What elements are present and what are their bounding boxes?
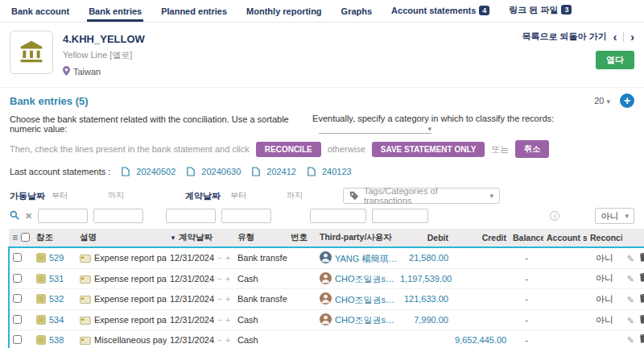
bank-entries-table: ≡ 참조 설명 ▼계약날짜 유형 번호 Third-party/사용자 Debi… — [8, 229, 644, 348]
date-plus-button[interactable]: + — [225, 254, 230, 263]
col-debit[interactable]: Debit — [397, 229, 452, 247]
date-minus-button[interactable]: − — [217, 316, 222, 325]
tab-label: Monthly reporting — [246, 6, 322, 16]
list-icon[interactable]: ≡ — [12, 232, 18, 243]
search-icon[interactable] — [10, 210, 19, 222]
col-third-party[interactable]: Third-party/사용자 — [316, 229, 397, 247]
avatar — [320, 313, 332, 325]
table-row: 532 Expense report payment 12/31/2024−+ … — [9, 289, 644, 310]
contract-date-from-input[interactable] — [166, 209, 216, 223]
page-size-select[interactable]: 20 ▾ — [594, 96, 610, 106]
op-date-from-input[interactable] — [38, 209, 88, 223]
third-party-link[interactable]: YANG 楊簡琪 RITA — [335, 253, 397, 265]
tab-account-statements[interactable]: Account statements4 — [390, 1, 491, 22]
col-account-state[interactable]: Account state... — [543, 229, 587, 247]
table-row: 534 Expense report payment 12/31/2024−+ … — [9, 309, 644, 330]
col-balance[interactable]: Balance — [510, 229, 543, 247]
entry-ref-link[interactable]: 531 — [49, 274, 64, 284]
date-minus-button[interactable]: − — [217, 275, 222, 284]
entry-date: 12/31/2024 — [170, 274, 214, 284]
entry-balance: - — [510, 330, 543, 348]
avatar — [320, 251, 332, 263]
tab-linked-files[interactable]: 링크 된 파일3 — [507, 0, 573, 22]
delete-icon[interactable] — [639, 274, 644, 284]
chevron-down-icon: ▾ — [625, 212, 629, 220]
entry-ref-link[interactable]: 532 — [49, 294, 64, 304]
op-date-to-input[interactable] — [93, 209, 143, 223]
entry-number — [287, 268, 316, 289]
document-icon — [308, 167, 316, 176]
save-statement-only-button[interactable]: SAVE STATEMENT ONLY — [372, 142, 485, 157]
edit-icon[interactable]: ✎ — [627, 335, 634, 345]
col-description[interactable]: 설명 — [76, 229, 167, 247]
entry-third-party-empty — [316, 330, 397, 348]
contract-date-to-input[interactable] — [221, 209, 271, 223]
open-button[interactable]: 열다 — [596, 51, 634, 69]
clear-filters-icon[interactable]: ✕ — [25, 211, 32, 222]
entry-number — [287, 247, 316, 268]
row-checkbox[interactable] — [13, 335, 22, 344]
date-plus-button[interactable]: + — [225, 275, 230, 284]
statement-link[interactable]: 20240630 — [187, 167, 241, 176]
to-label: 까지 — [108, 190, 185, 201]
col-type[interactable]: 유형 — [234, 229, 287, 247]
tab-bank-entries[interactable]: Bank entries — [87, 2, 143, 22]
third-party-link[interactable]: CHO조일권sPM II... — [335, 294, 397, 306]
delete-icon[interactable] — [639, 295, 644, 304]
category-select[interactable]: ▾ — [319, 123, 431, 134]
date-minus-button[interactable]: − — [217, 254, 222, 263]
col-number[interactable]: 번호 — [287, 229, 316, 247]
back-to-list-link[interactable]: 목록으로 되돌아 가기 — [522, 31, 607, 43]
tags-categories-select[interactable]: Tags/Categories of transactions ▾ — [343, 188, 500, 204]
date-plus-button[interactable]: + — [225, 336, 230, 345]
row-checkbox[interactable] — [13, 315, 22, 324]
entry-ref-link[interactable]: 534 — [49, 315, 64, 325]
date-plus-button[interactable]: + — [225, 316, 230, 325]
delete-icon[interactable] — [639, 335, 644, 345]
avatar — [320, 272, 332, 284]
table-row: 529 Expense report payment 12/31/2024−+ … — [9, 247, 644, 268]
date-minus-button[interactable]: − — [217, 336, 222, 345]
cancel-button[interactable]: 취소 — [515, 140, 549, 158]
date-plus-button[interactable]: + — [225, 295, 230, 304]
third-party-filter-input[interactable] — [372, 209, 428, 223]
reconciled-filter-select[interactable]: 아니▾ — [595, 208, 634, 224]
prev-record-button[interactable]: ‹ — [613, 31, 617, 43]
tab-monthly-reporting[interactable]: Monthly reporting — [245, 2, 324, 22]
reconcile-button[interactable]: RECONCILE — [256, 142, 321, 157]
tab-label: Bank account — [11, 6, 69, 16]
number-filter-input[interactable] — [310, 209, 366, 223]
location-label: Taiwan — [73, 67, 101, 77]
row-checkbox[interactable] — [13, 253, 22, 262]
date-minus-button[interactable]: − — [217, 295, 222, 304]
row-checkbox[interactable] — [13, 294, 22, 303]
from-label: 부터 — [230, 190, 287, 201]
entry-account-state — [543, 268, 587, 289]
edit-icon[interactable]: ✎ — [627, 254, 634, 263]
entry-credit: 9,652,445.00 — [452, 330, 510, 348]
edit-icon[interactable]: ✎ — [627, 274, 634, 284]
col-credit[interactable]: Credit — [452, 229, 510, 247]
tab-graphs[interactable]: Graphs — [340, 2, 374, 22]
tab-planned-entries[interactable]: Planned entries — [159, 2, 229, 22]
entry-ref-link[interactable]: 529 — [49, 253, 64, 263]
statement-link[interactable]: 20240502 — [122, 167, 175, 176]
entry-ref-link[interactable]: 538 — [49, 335, 64, 345]
delete-icon[interactable] — [639, 254, 644, 263]
col-reconciled[interactable]: Reconciled — [587, 229, 622, 247]
third-party-link[interactable]: CHO조일권sPM II... — [335, 314, 397, 326]
statement-link[interactable]: 202412 — [252, 167, 296, 176]
edit-icon[interactable]: ✎ — [627, 295, 634, 304]
third-party-link[interactable]: CHO조일권sPM II... — [335, 273, 397, 285]
card-icon — [80, 296, 91, 304]
add-entry-button[interactable]: + — [620, 93, 634, 108]
edit-icon[interactable]: ✎ — [627, 316, 634, 325]
delete-icon[interactable] — [639, 316, 644, 325]
select-all-checkbox[interactable] — [21, 233, 30, 242]
tab-bank-account[interactable]: Bank account — [10, 2, 71, 22]
col-date[interactable]: ▼계약날짜 — [167, 229, 234, 247]
col-ref[interactable]: 참조 — [33, 229, 76, 247]
next-record-button[interactable]: › — [630, 31, 634, 43]
statement-link[interactable]: 240123 — [308, 167, 352, 176]
row-checkbox[interactable] — [13, 274, 22, 283]
